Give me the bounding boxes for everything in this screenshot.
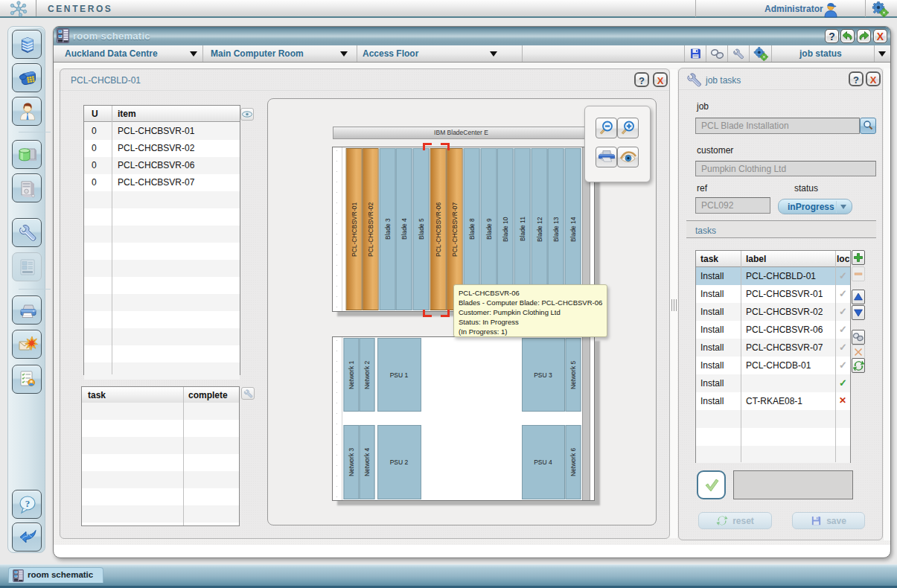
svg-text:?: ? [25, 498, 31, 509]
